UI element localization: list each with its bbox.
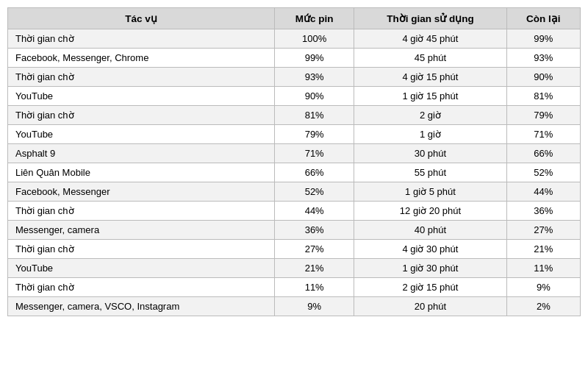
cell-task: Facebook, Messenger xyxy=(8,182,275,202)
cell-usage: 20 phút xyxy=(354,297,506,316)
cell-usage: 30 phút xyxy=(354,144,506,163)
cell-usage: 4 giờ 45 phút xyxy=(354,29,506,49)
table-row: YouTube79%1 giờ71% xyxy=(8,125,581,144)
cell-battery: 81% xyxy=(275,106,354,125)
col-header-usage: Thời gian sử dụng xyxy=(354,8,506,29)
cell-usage: 4 giờ 15 phút xyxy=(354,68,506,87)
cell-usage: 1 giờ 15 phút xyxy=(354,87,506,106)
cell-remaining: 81% xyxy=(506,87,580,106)
cell-task: Thời gian chờ xyxy=(8,202,275,221)
cell-task: Thời gian chờ xyxy=(8,68,275,87)
table-row: Messenger, camera, VSCO, Instagram9%20 p… xyxy=(8,297,581,316)
cell-task: Facebook, Messenger, Chrome xyxy=(8,49,275,68)
cell-battery: 27% xyxy=(275,240,354,259)
cell-usage: 2 giờ xyxy=(354,106,506,125)
table-row: Messenger, camera36%40 phút27% xyxy=(8,221,581,240)
cell-task: Thời gian chờ xyxy=(8,278,275,297)
cell-task: Liên Quân Mobile xyxy=(8,163,275,182)
cell-remaining: 93% xyxy=(506,49,580,68)
cell-battery: 100% xyxy=(275,29,354,49)
table-row: Thời gian chờ93%4 giờ 15 phút90% xyxy=(8,68,581,87)
col-header-remaining: Còn lại xyxy=(506,8,580,29)
cell-usage: 12 giờ 20 phút xyxy=(354,202,506,221)
cell-task: YouTube xyxy=(8,259,275,278)
cell-battery: 11% xyxy=(275,278,354,297)
cell-battery: 44% xyxy=(275,202,354,221)
battery-usage-table: Tác vụ Mức pin Thời gian sử dụng Còn lại… xyxy=(7,7,581,316)
cell-remaining: 79% xyxy=(506,106,580,125)
table-row: Thời gian chờ100%4 giờ 45 phút99% xyxy=(8,29,581,49)
cell-remaining: 36% xyxy=(506,202,580,221)
cell-battery: 90% xyxy=(275,87,354,106)
table-row: Asphalt 971%30 phút66% xyxy=(8,144,581,163)
cell-usage: 45 phút xyxy=(354,49,506,68)
cell-usage: 1 giờ 30 phút xyxy=(354,259,506,278)
table-row: Facebook, Messenger52%1 giờ 5 phút44% xyxy=(8,182,581,202)
cell-usage: 40 phút xyxy=(354,221,506,240)
cell-usage: 1 giờ 5 phút xyxy=(354,182,506,202)
cell-usage: 1 giờ xyxy=(354,125,506,144)
cell-remaining: 66% xyxy=(506,144,580,163)
cell-remaining: 99% xyxy=(506,29,580,49)
table-row: Thời gian chờ44%12 giờ 20 phút36% xyxy=(8,202,581,221)
table-row: Thời gian chờ27%4 giờ 30 phút21% xyxy=(8,240,581,259)
cell-remaining: 71% xyxy=(506,125,580,144)
cell-battery: 36% xyxy=(275,221,354,240)
cell-usage: 55 phút xyxy=(354,163,506,182)
cell-battery: 71% xyxy=(275,144,354,163)
table-row: Liên Quân Mobile66%55 phút52% xyxy=(8,163,581,182)
cell-remaining: 9% xyxy=(506,278,580,297)
table-row: Thời gian chờ81%2 giờ79% xyxy=(8,106,581,125)
table-row: YouTube90%1 giờ 15 phút81% xyxy=(8,87,581,106)
cell-task: Asphalt 9 xyxy=(8,144,275,163)
table-row: YouTube21%1 giờ 30 phút11% xyxy=(8,259,581,278)
cell-battery: 52% xyxy=(275,182,354,202)
cell-task: YouTube xyxy=(8,125,275,144)
cell-task: Thời gian chờ xyxy=(8,240,275,259)
cell-battery: 9% xyxy=(275,297,354,316)
col-header-task: Tác vụ xyxy=(8,8,275,29)
cell-usage: 2 giờ 15 phút xyxy=(354,278,506,297)
cell-task: Thời gian chờ xyxy=(8,106,275,125)
table-header-row: Tác vụ Mức pin Thời gian sử dụng Còn lại xyxy=(8,8,581,29)
cell-remaining: 27% xyxy=(506,221,580,240)
cell-battery: 93% xyxy=(275,68,354,87)
cell-usage: 4 giờ 30 phút xyxy=(354,240,506,259)
cell-task: Messenger, camera, VSCO, Instagram xyxy=(8,297,275,316)
cell-task: Thời gian chờ xyxy=(8,29,275,49)
cell-remaining: 52% xyxy=(506,163,580,182)
cell-remaining: 2% xyxy=(506,297,580,316)
cell-battery: 66% xyxy=(275,163,354,182)
table-row: Thời gian chờ11%2 giờ 15 phút9% xyxy=(8,278,581,297)
cell-battery: 21% xyxy=(275,259,354,278)
table-row: Facebook, Messenger, Chrome99%45 phút93% xyxy=(8,49,581,68)
cell-remaining: 21% xyxy=(506,240,580,259)
cell-task: Messenger, camera xyxy=(8,221,275,240)
col-header-battery: Mức pin xyxy=(275,8,354,29)
cell-remaining: 90% xyxy=(506,68,580,87)
cell-battery: 79% xyxy=(275,125,354,144)
cell-remaining: 44% xyxy=(506,182,580,202)
cell-battery: 99% xyxy=(275,49,354,68)
cell-task: YouTube xyxy=(8,87,275,106)
cell-remaining: 11% xyxy=(506,259,580,278)
